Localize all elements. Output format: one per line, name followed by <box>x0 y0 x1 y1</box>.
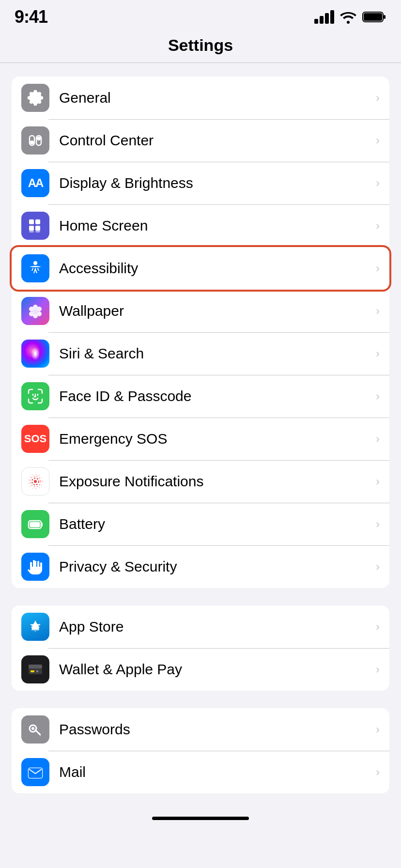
svg-rect-1 <box>384 15 386 19</box>
privacy-icon-wrapper <box>21 553 49 581</box>
svg-rect-29 <box>41 523 43 527</box>
emergency-sos-chevron: › <box>376 432 380 446</box>
settings-row-display[interactable]: AA Display & Brightness › <box>12 162 389 204</box>
hand-icon <box>27 558 44 575</box>
exposure-icon-wrapper <box>21 467 49 496</box>
app-store-icon-wrapper <box>21 613 49 641</box>
appstore-icon <box>27 618 44 636</box>
privacy-label: Privacy & Security <box>59 558 371 575</box>
settings-row-control-center[interactable]: Control Center › <box>12 119 389 162</box>
settings-row-general[interactable]: General › <box>12 77 389 119</box>
svg-point-4 <box>30 140 34 144</box>
settings-group-2: App Store › Wallet & Apple Pay › <box>12 605 389 691</box>
faceid-chevron: › <box>376 389 380 403</box>
settings-row-mail[interactable]: Mail › <box>12 751 389 793</box>
svg-rect-10 <box>35 226 40 231</box>
settings-row-privacy[interactable]: Privacy & Security › <box>12 545 389 588</box>
status-bar: 9:41 <box>0 0 401 31</box>
accessibility-label: Accessibility <box>59 260 371 277</box>
settings-row-wallet[interactable]: Wallet & Apple Pay › <box>12 648 389 691</box>
home-screen-icon-wrapper <box>21 212 49 240</box>
accessibility-icon <box>27 260 44 277</box>
battery-chevron: › <box>376 517 380 531</box>
wallet-icon-wrapper <box>21 655 49 683</box>
general-icon-wrapper <box>21 84 49 112</box>
home-screen-label: Home Screen <box>59 217 371 234</box>
sos-text: SOS <box>24 433 46 445</box>
siri-icon-wrapper <box>21 340 49 368</box>
settings-row-battery[interactable]: Battery › <box>12 503 389 545</box>
settings-row-emergency-sos[interactable]: SOS Emergency SOS › <box>12 418 389 460</box>
svg-rect-30 <box>30 522 40 527</box>
svg-rect-2 <box>364 13 382 21</box>
home-indicator <box>152 817 249 820</box>
svg-rect-8 <box>35 219 40 224</box>
settings-row-siri[interactable]: Siri & Search › <box>12 332 389 375</box>
svg-point-20 <box>32 308 38 314</box>
nav-title-bar: Settings <box>0 31 401 62</box>
exposure-icon <box>27 473 44 490</box>
wallpaper-chevron: › <box>376 304 380 318</box>
svg-point-24 <box>34 480 37 483</box>
settings-row-faceid[interactable]: Face ID & Passcode › <box>12 375 389 418</box>
settings-row-accessibility[interactable]: Accessibility › <box>12 247 389 290</box>
emergency-sos-label: Emergency SOS <box>59 431 371 447</box>
settings-row-wallpaper[interactable]: Wallpaper › <box>12 290 389 332</box>
siri-chevron: › <box>376 347 380 360</box>
settings-group-1: General › Control Center › AA Display & … <box>12 77 389 588</box>
control-center-chevron: › <box>376 134 380 147</box>
accessibility-icon-wrapper <box>21 254 49 282</box>
status-time: 9:41 <box>15 7 47 27</box>
battery-label: Battery <box>59 516 371 532</box>
passwords-label: Passwords <box>59 721 371 738</box>
settings-content: General › Control Center › AA Display & … <box>0 63 401 807</box>
accessibility-chevron: › <box>376 262 380 275</box>
svg-point-23 <box>34 352 36 356</box>
status-icons <box>314 10 386 24</box>
settings-row-passwords[interactable]: Passwords › <box>12 708 389 751</box>
battery-settings-icon <box>27 515 44 533</box>
key-icon <box>27 721 44 738</box>
battery-icon <box>362 11 386 23</box>
app-store-chevron: › <box>376 620 380 634</box>
settings-row-home-screen[interactable]: Home Screen › <box>12 204 389 247</box>
control-center-label: Control Center <box>59 132 371 149</box>
mail-icon <box>27 763 44 781</box>
accessibility-row-container: Accessibility › <box>12 247 389 290</box>
settings-row-app-store[interactable]: App Store › <box>12 605 389 648</box>
display-chevron: › <box>376 176 380 190</box>
svg-rect-7 <box>29 219 34 224</box>
aa-icon: AA <box>28 176 43 190</box>
passwords-chevron: › <box>376 723 380 736</box>
faceid-icon <box>27 388 44 405</box>
control-center-icon-wrapper <box>21 126 49 155</box>
siri-icon <box>27 345 44 362</box>
gear-icon <box>27 89 44 107</box>
app-store-label: App Store <box>59 619 371 635</box>
settings-group-3: Passwords › Mail › <box>12 708 389 793</box>
svg-rect-34 <box>36 670 38 672</box>
siri-label: Siri & Search <box>59 345 371 362</box>
battery-settings-icon-wrapper <box>21 510 49 538</box>
display-icon-wrapper: AA <box>21 169 49 197</box>
display-label: Display & Brightness <box>59 175 371 191</box>
wallet-label: Wallet & Apple Pay <box>59 661 371 678</box>
svg-rect-11 <box>29 231 34 232</box>
wallet-chevron: › <box>376 663 380 676</box>
wallpaper-label: Wallpaper <box>59 303 371 319</box>
wifi-icon <box>339 10 357 24</box>
wallpaper-icon-wrapper <box>21 297 49 325</box>
mail-label: Mail <box>59 764 371 780</box>
page-title: Settings <box>168 36 233 54</box>
flower-icon <box>27 302 44 320</box>
passwords-icon-wrapper <box>21 715 49 744</box>
emergency-sos-icon-wrapper: SOS <box>21 425 49 453</box>
grid-icon <box>27 217 44 234</box>
mail-chevron: › <box>376 765 380 779</box>
svg-point-13 <box>33 261 37 265</box>
svg-rect-32 <box>29 665 42 668</box>
mail-icon-wrapper <box>21 758 49 786</box>
svg-rect-9 <box>29 226 34 231</box>
settings-row-exposure[interactable]: Exposure Notifications › <box>12 460 389 503</box>
wallet-icon <box>27 661 44 678</box>
